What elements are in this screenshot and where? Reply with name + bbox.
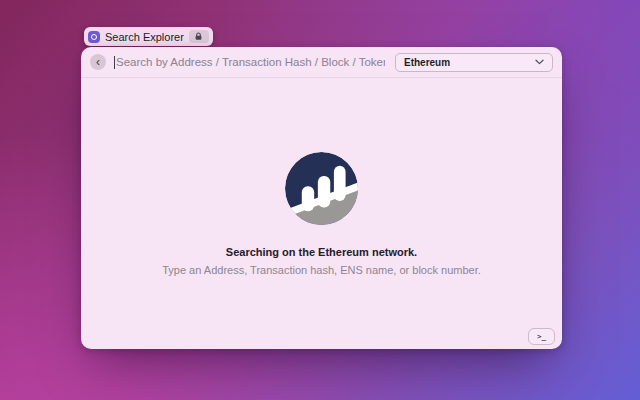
- search-input[interactable]: [115, 56, 385, 68]
- search-header: ‹ Ethereum: [81, 47, 562, 78]
- etherscan-logo: [285, 152, 358, 225]
- tab-title: Search Explorer: [105, 31, 184, 43]
- empty-state-subtitle: Type an Address, Transaction hash, ENS n…: [162, 264, 481, 276]
- chevron-down-icon: [535, 59, 544, 65]
- search-explorer-window: ‹ Ethereum Searching on the Ethereum ne: [81, 47, 562, 349]
- lock-badge: [189, 30, 209, 43]
- search-explorer-app-icon: [88, 31, 100, 43]
- window-tab-search-explorer[interactable]: Search Explorer: [84, 27, 213, 46]
- empty-state: Searching on the Ethereum network. Type …: [81, 78, 562, 349]
- desktop-background: { "tab": { "title": "Search Explorer" },…: [0, 0, 640, 400]
- lock-icon: [194, 32, 203, 41]
- network-select-value: Ethereum: [404, 57, 450, 68]
- network-select[interactable]: Ethereum: [395, 53, 553, 72]
- back-button[interactable]: ‹: [90, 54, 106, 70]
- terminal-button[interactable]: >_: [528, 328, 555, 345]
- empty-state-title: Searching on the Ethereum network.: [226, 246, 417, 258]
- app-icon-ring-glyph: [91, 34, 97, 40]
